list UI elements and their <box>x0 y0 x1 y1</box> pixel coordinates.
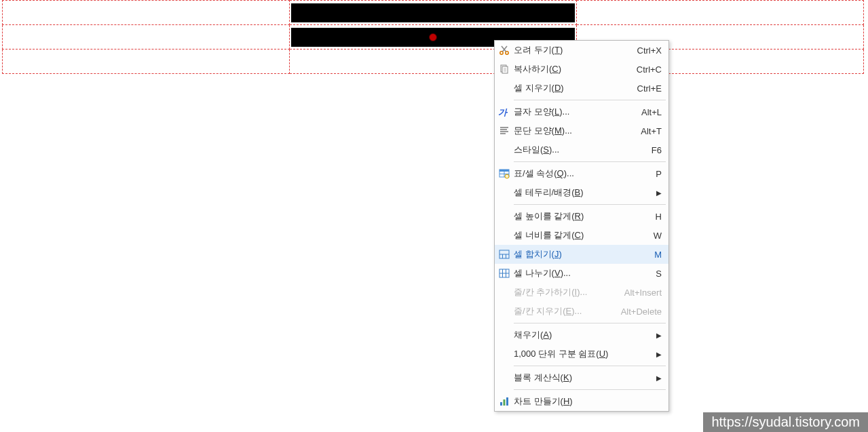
table-row <box>3 1 864 25</box>
menu-item[interactable]: 셀 합치기(J)M <box>495 245 668 264</box>
menu-item[interactable]: 1,000 단위 구분 쉼표(U)▶ <box>495 345 668 364</box>
menu-item[interactable]: 셀 나누기(V)...S <box>495 264 668 283</box>
cursor-marker <box>429 33 437 41</box>
menu-item-shortcut: Ctrl+C <box>637 64 662 75</box>
menu-item[interactable]: 셀 높이를 같게(R)H <box>495 207 668 226</box>
menu-item-label: 셀 나누기(V)... <box>514 267 656 279</box>
menu-item[interactable]: 가글자 모양(L)...Alt+L <box>495 102 668 121</box>
svg-point-1 <box>506 52 508 54</box>
document-table <box>2 0 864 74</box>
table-row <box>3 25 864 50</box>
merge-icon <box>495 250 514 259</box>
menu-item[interactable]: 블록 계산식(K)▶ <box>495 368 668 387</box>
menu-item: 줄/칸 지우기(E)...Alt+Delete <box>495 302 668 321</box>
menu-item[interactable]: 오려 두기(T)Ctrl+X <box>495 41 668 60</box>
menu-item-label: 셀 높이를 같게(R) <box>514 210 656 222</box>
table-selection-area <box>2 0 864 74</box>
para-icon <box>495 126 514 136</box>
menu-item-label: 셀 너비를 같게(C) <box>514 229 654 241</box>
menu-item[interactable]: 채우기(A)▶ <box>495 326 668 345</box>
menu-item-label: 셀 지우기(D) <box>514 82 637 94</box>
menu-item-shortcut: Ctrl+X <box>637 45 662 56</box>
menu-item-shortcut: Alt+T <box>641 126 662 136</box>
table-cell[interactable] <box>3 25 290 50</box>
menu-item[interactable]: 셀 지우기(D)Ctrl+E <box>495 79 668 98</box>
menu-item-shortcut: Alt+Delete <box>621 307 662 317</box>
menu-separator <box>514 323 666 323</box>
menu-item-shortcut: Alt+L <box>641 107 662 117</box>
submenu-arrow-icon: ▶ <box>654 351 662 358</box>
menu-item-shortcut: W <box>654 231 662 241</box>
menu-item-label: 글자 모양(L)... <box>514 106 641 118</box>
menu-item: 줄/칸 추가하기(I)...Alt+Insert <box>495 283 668 302</box>
svg-point-0 <box>500 52 503 54</box>
menu-item-label: 줄/칸 지우기(E)... <box>514 305 621 317</box>
menu-item-label: 스타일(S)... <box>514 144 652 156</box>
menu-item-label: 1,000 단위 구분 쉼표(U) <box>514 348 654 360</box>
svg-rect-29 <box>506 397 508 406</box>
submenu-arrow-icon: ▶ <box>654 189 662 197</box>
menu-item-shortcut: H <box>656 212 662 222</box>
menu-item-shortcut: Ctrl+E <box>637 83 662 94</box>
menu-item-label: 셀 합치기(J) <box>514 248 654 260</box>
context-menu: 오려 두기(T)Ctrl+X복사하기(C)Ctrl+C셀 지우기(D)Ctrl+… <box>494 40 669 412</box>
menu-item[interactable]: 표/셀 속성(Q)...P <box>495 164 668 183</box>
svg-rect-27 <box>500 402 502 406</box>
watermark-text: https://syudal.tistory.com <box>711 414 860 430</box>
svg-rect-28 <box>504 399 506 406</box>
font-icon: 가 <box>495 107 514 117</box>
menu-item-shortcut: P <box>656 169 662 179</box>
menu-item[interactable]: 차트 만들기(H) <box>495 392 668 411</box>
table-row <box>3 50 864 74</box>
menu-item[interactable]: 문단 모양(M)...Alt+T <box>495 121 668 140</box>
svg-rect-15 <box>499 170 509 172</box>
selection-highlight <box>291 3 575 22</box>
menu-item[interactable]: 셀 테두리/배경(B)▶ <box>495 183 668 202</box>
menu-item-label: 줄/칸 추가하기(I)... <box>514 286 624 298</box>
menu-item[interactable]: 스타일(S)...F6 <box>495 140 668 159</box>
table-cell[interactable] <box>3 50 290 74</box>
menu-item-label: 채우기(A) <box>514 329 654 341</box>
menu-item-label: 표/셀 속성(Q)... <box>514 168 656 180</box>
menu-separator <box>514 161 666 162</box>
menu-separator <box>514 389 666 390</box>
watermark: https://syudal.tistory.com <box>703 412 868 432</box>
submenu-arrow-icon: ▶ <box>654 374 662 382</box>
copy-icon <box>495 64 514 75</box>
split-icon <box>495 269 514 278</box>
table-cell-selected[interactable] <box>290 1 577 25</box>
menu-item-shortcut: M <box>654 250 662 260</box>
table-cell[interactable] <box>3 1 290 25</box>
menu-item-label: 문단 모양(M)... <box>514 125 641 137</box>
menu-item-label: 차트 만들기(H) <box>514 395 662 408</box>
chart-icon <box>495 397 514 406</box>
menu-item-label: 블록 계산식(K) <box>514 372 654 384</box>
menu-item-label: 셀 테두리/배경(B) <box>514 186 654 199</box>
cut-icon <box>495 45 514 56</box>
menu-separator <box>514 204 666 205</box>
menu-item-label: 복사하기(C) <box>514 63 637 75</box>
menu-separator <box>514 366 666 366</box>
svg-point-18 <box>505 174 509 178</box>
tableprops-icon <box>495 168 514 179</box>
menu-item[interactable]: 셀 너비를 같게(C)W <box>495 226 668 245</box>
menu-item-shortcut: S <box>656 269 662 279</box>
menu-item-shortcut: Alt+Insert <box>624 288 662 298</box>
table-cell[interactable] <box>577 1 864 25</box>
menu-item-label: 오려 두기(T) <box>514 44 637 56</box>
menu-item-shortcut: F6 <box>652 145 662 155</box>
submenu-arrow-icon: ▶ <box>654 332 662 339</box>
menu-separator <box>514 100 666 100</box>
menu-item[interactable]: 복사하기(C)Ctrl+C <box>495 60 668 79</box>
svg-text:가: 가 <box>498 107 508 117</box>
